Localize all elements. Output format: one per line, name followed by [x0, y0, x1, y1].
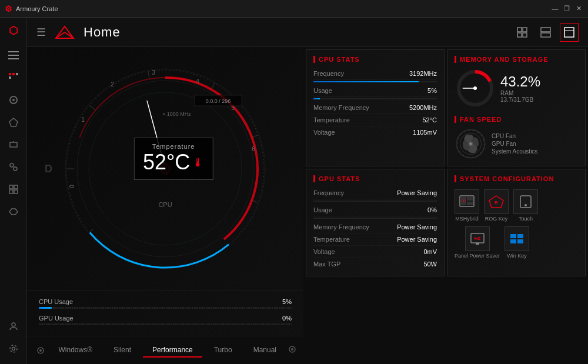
svg-text:HY: HY — [462, 199, 466, 202]
restore-button[interactable]: ❐ — [562, 4, 572, 14]
gpu-temp-value: Power Saving — [397, 236, 437, 243]
svg-rect-83 — [517, 239, 523, 243]
sidebar-item-controlpanel[interactable] — [3, 179, 24, 200]
sysconfig-panel-power[interactable]: HZ Panel Power Saver — [455, 226, 500, 259]
svg-line-61 — [463, 82, 475, 94]
cpu-usage-label: CPU Usage — [39, 298, 73, 305]
gpu-temp-row: Temperature Power Saving — [313, 233, 437, 246]
cpu-usage-row: CPU Usage 5% — [39, 298, 292, 309]
sidebar-item-home[interactable] — [3, 45, 24, 66]
gpu-stats-title: GPU Stats — [313, 175, 437, 182]
system-config-widget: System Configuration — [447, 169, 586, 276]
sysconfig-rogkey[interactable]: R ROG Key — [484, 189, 509, 222]
sidebar-item-armory[interactable] — [3, 112, 24, 133]
mode-circle-left — [34, 343, 46, 358]
gpu-usage-bar-dots — [39, 323, 292, 325]
svg-text:1: 1 — [81, 116, 85, 123]
minimize-button[interactable]: — — [550, 4, 560, 14]
gpu-voltage-value: 0mV — [423, 248, 437, 255]
svg-rect-23 — [517, 28, 522, 32]
rog-brand-logo — [53, 24, 76, 41]
gpu-usage-label-row: GPU Usage 0% — [39, 315, 292, 322]
view-grid-button[interactable] — [513, 23, 532, 42]
svg-rect-25 — [517, 33, 522, 37]
winkey-icon — [509, 232, 525, 246]
svg-point-66 — [470, 143, 472, 145]
cpu-fan-label: CPU Fan — [492, 133, 537, 139]
svg-text:4: 4 — [196, 78, 199, 85]
rog-icon: ⚙ — [5, 4, 12, 14]
svg-rect-5 — [16, 73, 18, 75]
cpu-memfreq-label: Memory Frequency — [313, 104, 369, 111]
sidebar-item-gamevisual[interactable] — [3, 134, 24, 155]
cpu-freq-bar — [313, 81, 437, 82]
view-list-button[interactable] — [536, 23, 555, 42]
svg-rect-24 — [523, 28, 527, 32]
sysconfig-touch[interactable]: Touch — [513, 189, 538, 222]
sidebar-item-profile[interactable] — [3, 67, 24, 88]
sysconfig-grid: HY MSHybrid — [455, 187, 578, 259]
svg-point-58 — [291, 348, 293, 350]
cpu-usage-stat-bar — [313, 98, 437, 99]
svg-rect-1 — [8, 55, 19, 56]
svg-line-34 — [89, 229, 93, 232]
hamburger-icon[interactable]: ☰ — [36, 26, 46, 39]
touch-icon-box — [513, 189, 538, 214]
cpu-voltage-value: 1105mV — [413, 129, 437, 136]
svg-text:× 1000 MHz: × 1000 MHz — [162, 111, 191, 117]
mode-performance-button[interactable]: Performance — [143, 343, 202, 358]
svg-text:CPU: CPU — [158, 201, 172, 208]
gpu-usage-bar-track — [39, 323, 292, 325]
header-right — [513, 23, 579, 42]
svg-point-56 — [39, 349, 42, 352]
cpu-memfreq-value: 5200MHz — [409, 104, 437, 111]
mode-bar: Windows® Silent Performance Turbo Manual — [27, 336, 303, 364]
sidebar: ⬡ — [0, 18, 27, 364]
gpu-voltage-label: Voltage — [313, 248, 335, 255]
svg-marker-9 — [9, 118, 18, 126]
sidebar-item-gaming[interactable] — [3, 201, 24, 222]
thermometer-icon: 🌡 — [192, 156, 204, 169]
mode-turbo-button[interactable]: Turbo — [205, 343, 242, 358]
mode-windows-button[interactable]: Windows® — [49, 343, 102, 358]
panel-power-icon: HZ — [469, 232, 486, 246]
mode-manual-button[interactable]: Manual — [244, 343, 286, 358]
titlebar-controls: — ❐ ✕ — [550, 4, 583, 14]
sysconfig-winkey[interactable]: Win Key — [505, 226, 529, 259]
close-button[interactable]: ✕ — [574, 4, 583, 14]
gpu-temp-label: Temperature — [313, 236, 350, 243]
view-card-button[interactable] — [560, 23, 579, 42]
memory-percent: 43.2% — [500, 74, 578, 90]
cpu-voltage-row: Voltage 1105mV — [313, 126, 437, 138]
svg-rect-70 — [467, 197, 473, 201]
header-left: ☰ Home — [36, 24, 121, 41]
svg-rect-0 — [8, 51, 19, 52]
usage-section: CPU Usage 5% GPU Usage 0% — [27, 290, 303, 336]
gpu-maxtgp-label: Max TGP — [313, 261, 340, 268]
sidebar-logo: ⬡ — [3, 20, 24, 41]
cpu-freq-value: 3192MHz — [409, 70, 437, 77]
mshybrid-icon-box: HY — [455, 189, 479, 214]
svg-rect-78 — [476, 243, 479, 245]
sysconfig-mshybrid[interactable]: HY MSHybrid — [455, 189, 479, 222]
gpu-fan-label: GPU Fan — [492, 141, 537, 147]
svg-point-62 — [473, 86, 477, 90]
gpu-maxtgp-row: Max TGP 50W — [313, 258, 437, 270]
cpu-freq-bar-container — [313, 81, 437, 82]
gpu-usage-row: GPU Usage 0% — [39, 315, 292, 325]
cpu-temp-label: Temperature — [313, 116, 350, 123]
svg-point-17 — [12, 323, 15, 326]
cpu-temp-value: 52°C — [422, 116, 437, 123]
sidebar-item-devices[interactable] — [3, 156, 24, 178]
cpu-usage-bar-dots — [39, 307, 292, 309]
cpu-memfreq-row: Memory Frequency 5200MHz — [313, 102, 437, 114]
gpu-freq-label: Frequency — [313, 189, 344, 196]
page-title: Home — [83, 25, 121, 40]
gpu-usage-stat-bar — [313, 218, 437, 219]
sidebar-item-aura[interactable] — [3, 89, 24, 111]
touch-icon — [517, 195, 534, 209]
svg-point-8 — [12, 99, 15, 101]
sidebar-item-settings[interactable] — [3, 338, 24, 359]
sidebar-item-user[interactable] — [3, 316, 24, 337]
mode-silent-button[interactable]: Silent — [104, 343, 141, 358]
